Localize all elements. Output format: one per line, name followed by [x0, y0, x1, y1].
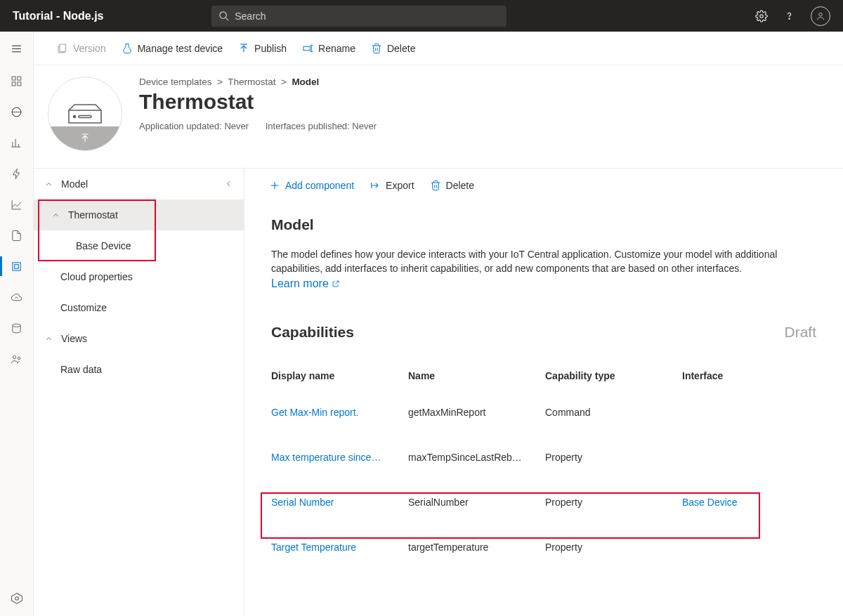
app-title: Tutorial - Node.js: [13, 10, 103, 22]
rail-rules[interactable]: [0, 158, 34, 189]
svg-point-25: [15, 597, 18, 601]
tree-cloud-properties[interactable]: Cloud properties: [34, 261, 244, 292]
model-delete-button[interactable]: Delete: [422, 169, 482, 202]
table-row[interactable]: Get Max-Min report. getMaxMinReport Comm…: [271, 390, 816, 435]
rail-chart[interactable]: [0, 189, 34, 220]
crumb-templates[interactable]: Device templates: [139, 77, 212, 87]
learn-more-link[interactable]: Learn more: [271, 277, 340, 290]
external-link-icon: [332, 280, 340, 288]
svg-rect-11: [18, 81, 21, 85]
model-tree: Model Thermostat Base Device Cloud prope…: [34, 169, 244, 616]
model-command-bar: Add component Export Delete: [244, 169, 843, 202]
chevron-up-icon: [45, 335, 53, 343]
section-title-model: Model: [271, 216, 816, 233]
svg-line-47: [335, 281, 339, 284]
svg-point-23: [18, 357, 20, 360]
svg-point-4: [819, 13, 823, 16]
breadcrumb: Device templates > Thermostat > Model: [139, 77, 377, 87]
rail-analytics[interactable]: [0, 127, 34, 158]
svg-line-1: [226, 18, 229, 20]
svg-rect-20: [15, 264, 19, 268]
add-component-button[interactable]: Add component: [261, 169, 362, 202]
svg-rect-26: [60, 44, 66, 52]
svg-point-3: [789, 18, 790, 19]
svg-point-22: [13, 355, 16, 358]
settings-icon[interactable]: [755, 10, 768, 22]
hamburger-button[interactable]: [0, 32, 34, 65]
delete-button[interactable]: Delete: [363, 32, 423, 65]
page-title: Thermostat: [139, 90, 377, 114]
col-display-name: Display name: [271, 370, 408, 381]
chevron-up-icon: [45, 181, 53, 188]
manage-test-device-button[interactable]: Manage test device: [114, 32, 230, 65]
section-title-capabilities: Capabilities: [271, 324, 354, 341]
search-box[interactable]: [211, 6, 507, 27]
rail-iot-icon[interactable]: [0, 592, 33, 605]
rename-button[interactable]: Rename: [294, 32, 363, 65]
rail-device-templates[interactable]: [0, 251, 34, 282]
user-avatar[interactable]: [811, 6, 830, 26]
svg-rect-38: [79, 116, 91, 118]
command-bar: Version Manage test device Publish Renam…: [34, 32, 843, 65]
svg-rect-8: [12, 77, 15, 80]
help-icon[interactable]: [783, 10, 795, 22]
rail-dashboard[interactable]: [0, 65, 34, 96]
tree-root-model[interactable]: Model: [34, 169, 244, 199]
version-button: Version: [49, 32, 114, 65]
left-rail: [0, 32, 34, 616]
publish-button[interactable]: Publish: [230, 32, 294, 65]
svg-rect-30: [303, 46, 310, 50]
model-description: The model defines how your device intera…: [271, 247, 805, 276]
tree-raw-data[interactable]: Raw data: [34, 354, 244, 385]
col-type: Capability type: [545, 370, 682, 381]
status-badge: Draft: [784, 324, 816, 341]
interfaces-published-label: Interfaces published: Never: [266, 121, 377, 131]
app-updated-label: Application updated: Never: [139, 121, 249, 131]
page-header: Device templates > Thermostat > Model Th…: [34, 65, 843, 168]
rail-cloud[interactable]: [0, 282, 34, 313]
svg-point-2: [760, 14, 764, 18]
tree-views[interactable]: Views: [34, 323, 244, 354]
collapse-tree-icon[interactable]: [225, 178, 233, 190]
col-name: Name: [408, 370, 545, 381]
rail-admin[interactable]: [0, 343, 34, 374]
search-icon: [218, 11, 229, 21]
topbar: Tutorial - Node.js: [0, 0, 843, 32]
highlight-box: [38, 199, 156, 261]
svg-point-21: [13, 324, 20, 327]
tree-customize[interactable]: Customize: [34, 292, 244, 323]
table-row[interactable]: Max temperature since… maxTempSinceLastR…: [271, 435, 816, 480]
svg-rect-19: [13, 262, 20, 270]
search-input[interactable]: [235, 11, 499, 22]
col-interface: Interface: [682, 370, 816, 381]
rail-files[interactable]: [0, 220, 34, 251]
rail-storage[interactable]: [0, 313, 34, 343]
svg-point-37: [74, 116, 76, 118]
export-button[interactable]: Export: [362, 169, 422, 202]
svg-point-0: [220, 12, 226, 18]
svg-marker-24: [11, 594, 22, 604]
highlight-box: [261, 492, 760, 539]
upload-icon[interactable]: [48, 126, 122, 150]
table-header: Display name Name Capability type Interf…: [271, 358, 816, 390]
capabilities-table: Display name Name Capability type Interf…: [271, 358, 816, 570]
svg-rect-10: [12, 81, 15, 85]
template-avatar[interactable]: [48, 77, 122, 151]
rail-devices[interactable]: [0, 96, 34, 127]
crumb-current: Model: [292, 77, 319, 87]
svg-rect-9: [18, 77, 21, 80]
crumb-thermostat[interactable]: Thermostat: [228, 77, 275, 87]
